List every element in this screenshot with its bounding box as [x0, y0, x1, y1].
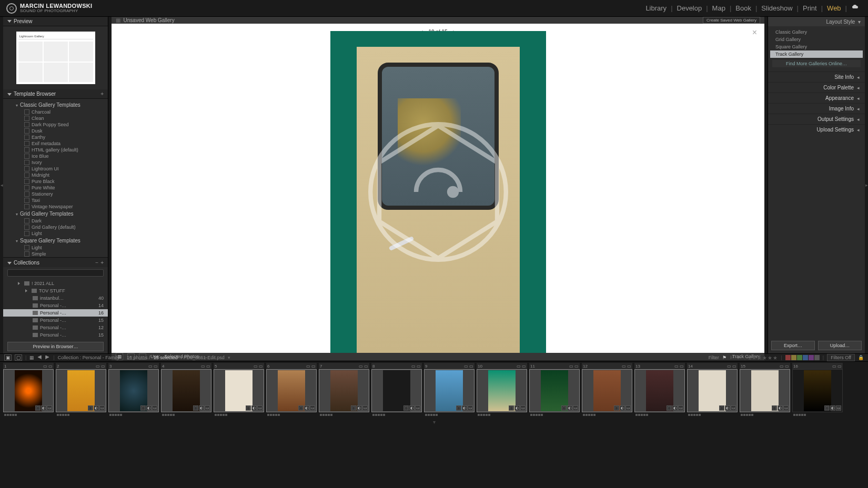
main-window-icon[interactable]: ▣	[4, 354, 12, 361]
panel-section[interactable]: Image Info	[768, 103, 865, 114]
module-develop[interactable]: Develop	[675, 4, 704, 12]
module-web[interactable]: Web	[825, 4, 843, 12]
flag-picked-icon[interactable]: ⚑	[722, 355, 726, 360]
filmstrip-thumb[interactable]: 6▭ ▭⬚◐▭	[266, 363, 317, 418]
filmstrip-thumb[interactable]: 14▭ ▭⬚◐▭	[687, 363, 738, 418]
minus-icon[interactable]: −	[95, 260, 98, 266]
filmstrip-thumb[interactable]: 10▭ ▭⬚◐▭	[477, 363, 527, 418]
grid-icon[interactable]: ▦	[29, 355, 34, 360]
filmstrip-thumb[interactable]: 8▭ ▭⬚◐▭	[371, 363, 422, 418]
breadcrumb[interactable]: Collection : Personal - Family	[58, 355, 119, 360]
template-item[interactable]: Charcoal	[3, 109, 108, 115]
collection-item[interactable]: Personal -…12	[3, 324, 108, 331]
collection-item[interactable]: Personal -…14	[3, 302, 108, 309]
collection-item[interactable]: Personal -…15	[3, 317, 108, 324]
filter-lock-icon[interactable]: 🔒	[858, 355, 864, 360]
color-label-filter[interactable]	[785, 355, 820, 360]
upload-button[interactable]: Upload…	[818, 341, 862, 350]
brand-sub: SOUND OF PHOTOGRAPHY	[20, 9, 92, 13]
go-fwd-icon[interactable]: ⯈	[45, 355, 50, 360]
template-item[interactable]: Grid Gallery (default)	[3, 224, 108, 230]
plus-icon[interactable]: +	[100, 260, 104, 266]
template-item[interactable]: Earthy	[3, 134, 108, 140]
template-item[interactable]: Simple	[3, 251, 108, 257]
preview-header[interactable]: Preview	[3, 17, 108, 26]
main-photo[interactable]	[330, 31, 546, 353]
preview-in-browser-button[interactable]: Preview in Browser…	[7, 342, 104, 351]
filmstrip-thumb[interactable]: 16▭ ▭⬚◐▭	[792, 363, 843, 418]
rating-filter[interactable]: ≥★★★★★	[749, 355, 778, 361]
filmstrip-thumb[interactable]: 11▭ ▭⬚◐▭	[529, 363, 580, 418]
template-item[interactable]: Dusk	[3, 128, 108, 134]
filters-off-button[interactable]: Filters Off	[827, 354, 855, 361]
template-item[interactable]: Stationery	[3, 191, 108, 197]
center-header: ▦ Unsaved Web Gallery Create Saved Web G…	[112, 17, 764, 24]
filmstrip[interactable]: 1▭ ▭⬚◐▭2▭ ▭⬚◐▭3▭ ▭⬚◐▭4▭ ▭⬚◐▭5▭ ▭⬚◐▭6▭ ▭⬚…	[0, 362, 868, 420]
gallery-style-item[interactable]: Track Gallery	[770, 50, 863, 58]
template-item[interactable]: Exif metadata	[3, 140, 108, 147]
template-item[interactable]: Midnight	[3, 172, 108, 178]
panel-section[interactable]: Color Palette	[768, 82, 865, 93]
collection-item[interactable]: Personal -…15	[3, 331, 108, 339]
template-item[interactable]: HTML gallery (default)	[3, 147, 108, 153]
export-button[interactable]: Export…	[771, 341, 815, 350]
template-item[interactable]: Dark Poppy Seed	[3, 121, 108, 128]
filmstrip-thumb[interactable]: 12▭ ▭⬚◐▭	[582, 363, 632, 418]
template-item[interactable]: Lightroom UI	[3, 166, 108, 172]
layout-style-header[interactable]: Layout Style ▾	[768, 17, 865, 26]
flag-unpicked-icon[interactable]: ⚐	[730, 355, 734, 360]
panel-section[interactable]: Site Info	[768, 72, 865, 82]
gallery-style-item[interactable]: Square Gallery	[770, 43, 863, 50]
preview-area: Lightroom Gallery	[3, 26, 108, 89]
create-saved-gallery-button[interactable]: Create Saved Web Gallery	[703, 17, 760, 24]
template-item[interactable]: Clean	[3, 115, 108, 121]
module-book[interactable]: Book	[733, 4, 753, 12]
filmstrip-thumb[interactable]: 13▭ ▭⬚◐▭	[634, 363, 685, 418]
template-item[interactable]: Light	[3, 245, 108, 251]
filmstrip-thumb[interactable]: 3▭ ▭⬚◐▭	[108, 363, 159, 418]
find-more-galleries[interactable]: Find More Galleries Online…	[772, 60, 861, 67]
filmstrip-thumb[interactable]: 1▭ ▭⬚◐▭	[3, 363, 54, 418]
right-handle[interactable]: ▸	[865, 17, 868, 353]
bottom-handle[interactable]: ▾	[0, 420, 868, 424]
gallery-style-item[interactable]: Grid Gallery	[770, 36, 863, 43]
sync-icon[interactable]	[849, 4, 862, 12]
filmstrip-thumb[interactable]: 7▭ ▭⬚◐▭	[319, 363, 369, 418]
panel-section[interactable]: Upload Settings	[768, 124, 865, 135]
template-browser-header[interactable]: Template Browser +	[3, 89, 108, 99]
collection-item[interactable]: instanbul…40	[3, 294, 108, 302]
panel-section[interactable]: Output Settings	[768, 114, 865, 124]
template-item[interactable]: Ivory	[3, 159, 108, 166]
collections-header[interactable]: Collections −+	[3, 258, 108, 267]
module-map[interactable]: Map	[710, 4, 728, 12]
filmstrip-thumb[interactable]: 2▭ ▭⬚◐▭	[56, 363, 106, 418]
template-item[interactable]: Taxi	[3, 197, 108, 204]
template-item[interactable]: Pure White	[3, 185, 108, 191]
module-slideshow[interactable]: Slideshow	[759, 4, 794, 12]
collection-item[interactable]: TOV STUFF	[3, 287, 108, 294]
second-window-icon[interactable]: ▢	[15, 354, 22, 361]
module-print[interactable]: Print	[801, 4, 819, 12]
template-item[interactable]: Light	[3, 230, 108, 237]
panel-section[interactable]: Appearance	[768, 93, 865, 103]
close-icon[interactable]: ×	[752, 28, 757, 37]
identity-plate: MARCIN LEWANDOWSKI SOUND OF PHOTOGRAPHY	[6, 3, 92, 14]
collection-item[interactable]: ! 2021 ALL	[3, 280, 108, 287]
template-item[interactable]: Vintage Newspaper	[3, 204, 108, 210]
collections-filter[interactable]	[7, 269, 104, 277]
template-group[interactable]: Classic Gallery Templates	[3, 101, 108, 109]
module-library[interactable]: Library	[643, 4, 669, 12]
flag-rejected-icon[interactable]: ⚐	[737, 355, 741, 360]
gallery-style-item[interactable]: Classic Gallery	[770, 28, 863, 36]
template-item[interactable]: Ice Blue	[3, 153, 108, 159]
template-item[interactable]: Dark	[3, 218, 108, 224]
filmstrip-thumb[interactable]: 4▭ ▭⬚◐▭	[161, 363, 211, 418]
template-group[interactable]: Square Gallery Templates	[3, 237, 108, 245]
template-group[interactable]: Grid Gallery Templates	[3, 210, 108, 218]
collection-item[interactable]: Personal -…16	[3, 309, 108, 317]
go-back-icon[interactable]: ⯇	[37, 355, 42, 360]
filmstrip-thumb[interactable]: 5▭ ▭⬚◐▭	[214, 363, 264, 418]
filmstrip-thumb[interactable]: 9▭ ▭⬚◐▭	[424, 363, 475, 418]
template-item[interactable]: Pure Black	[3, 178, 108, 185]
filmstrip-thumb[interactable]: 15▭ ▭⬚◐▭	[740, 363, 790, 418]
